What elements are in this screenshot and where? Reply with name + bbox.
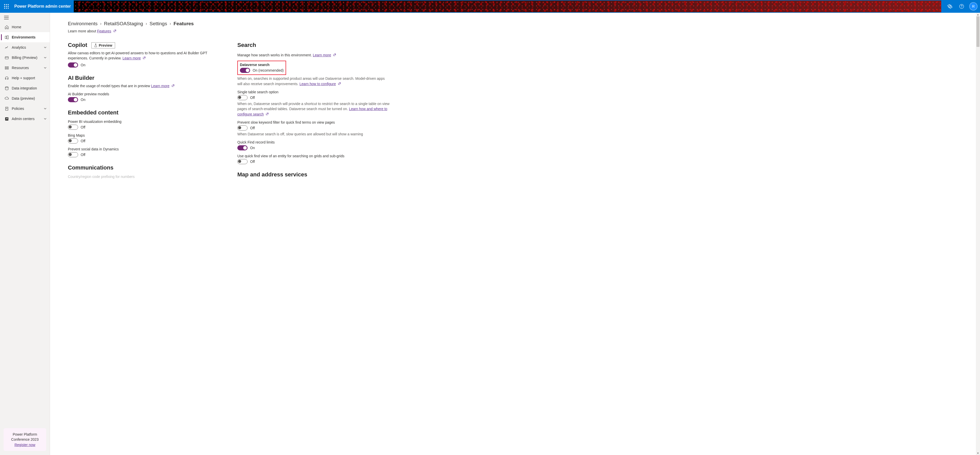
powerbi-toggle[interactable] [68,125,78,130]
breadcrumb-environments[interactable]: Environments [68,21,97,27]
home-icon [4,24,9,30]
sidebar-item-help[interactable]: Help + support [0,73,50,83]
usequick-toggle-label: Off [250,160,255,164]
prevent-social-label: Prevent social data in Dynamics [68,147,221,151]
learn-more-features-link[interactable]: Features [97,29,111,33]
search-learn-more-link[interactable]: Learn more [313,53,331,57]
app-launcher-button[interactable] [0,0,13,13]
chevron-right-icon: › [146,21,147,26]
data-integration-icon [4,86,9,91]
chevron-down-icon [44,117,47,120]
section-map-services: Map and address services [237,171,390,178]
environments-icon [4,35,9,40]
ai-builder-learn-more-link[interactable]: Learn more [151,84,169,88]
svg-point-0 [4,4,5,5]
sidebar-item-admin-centers[interactable]: Admin centers [0,114,50,124]
svg-point-3 [4,6,5,7]
sidebar-item-resources[interactable]: Resources [0,63,50,73]
svg-point-2 [8,4,9,5]
sidebar-item-policies[interactable]: Policies [0,103,50,114]
chevron-right-icon: › [170,21,171,26]
help-button[interactable] [956,0,967,13]
svg-point-10 [961,7,962,8]
quickfind-toggle[interactable] [237,145,248,151]
analytics-icon [4,45,9,50]
scroll-up-icon[interactable]: ▲ [976,13,980,16]
data-icon [4,96,9,101]
sidebar-item-billing[interactable]: Billing (Preview) [0,52,50,63]
svg-rect-15 [7,36,8,39]
svg-point-1 [6,4,7,5]
chevron-down-icon [44,46,47,49]
breadcrumb-settings[interactable]: Settings [150,21,167,27]
prevent-toggle-label: Off [250,126,255,130]
sidebar-item-data-integration[interactable]: Data integration [0,83,50,93]
usequick-label: Use quick find view of an entity for sea… [237,154,390,158]
bing-maps-label: Bing Maps [68,133,221,137]
external-link-icon [113,29,116,33]
dataverse-configure-link[interactable]: Learn how to configure [300,82,336,86]
flask-icon [94,44,97,47]
section-ai-builder: AI Builder [68,75,221,81]
breadcrumb-env-name[interactable]: RetailSOAStaging [104,21,143,27]
scrollbar-thumb[interactable] [977,16,980,47]
dataverse-highlight: Dataverse search On (recommended) [237,61,286,75]
sidebar-item-label: Data integration [12,86,47,90]
prevent-slow-desc: When Dataverse search is off, slow queri… [237,132,390,136]
gear-icon [947,4,953,9]
right-column: Search Manage how search works in this e… [237,42,390,180]
prevent-social-toggle[interactable] [68,152,78,157]
svg-point-4 [6,6,7,7]
ai-builder-toggle-label: On [81,98,86,102]
ai-builder-preview-toggle[interactable] [68,97,78,102]
prevent-slow-toggle[interactable] [237,125,248,130]
svg-rect-20 [5,68,6,69]
top-header: Power Platform admin center R [0,0,980,13]
svg-point-8 [8,8,9,9]
waffle-icon [4,4,9,9]
breadcrumb-features: Features [173,21,194,27]
external-link-icon [143,56,146,61]
search-desc: Manage how search works in this environm… [237,52,390,58]
svg-rect-18 [5,67,6,68]
nav-collapse-button[interactable] [0,13,50,22]
settings-button[interactable] [944,0,956,13]
sidebar-item-environments[interactable]: Environments [0,32,50,42]
svg-point-7 [6,8,7,9]
main-wrapper: Home Environments Analytics Billing (Pre… [0,13,980,455]
usequick-toggle[interactable] [237,159,248,164]
quickfind-label: Quick Find record limits [237,140,390,144]
dataverse-toggle-label: On (recommended) [253,68,283,72]
user-avatar[interactable]: R [969,2,977,10]
hamburger-icon [4,16,9,19]
scrollbar[interactable]: ▲ ▼ [976,13,980,455]
external-link-icon [333,53,336,58]
sidebar-item-label: Analytics [12,45,44,49]
app-title: Power Platform admin center [13,4,71,9]
single-table-toggle[interactable] [237,95,248,100]
bing-maps-toggle[interactable] [68,138,78,144]
social-toggle-label: Off [81,153,85,157]
scroll-down-icon[interactable]: ▼ [976,452,980,455]
sidebar: Home Environments Analytics Billing (Pre… [0,13,50,455]
svg-point-6 [4,8,5,9]
sidebar-item-label: Billing (Preview) [12,55,44,60]
billing-icon [4,55,9,60]
sidebar-item-home[interactable]: Home [0,22,50,32]
dataverse-search-toggle[interactable] [240,68,250,73]
promo-text: Power Platform Conference 2023 [6,432,43,442]
sidebar-item-label: Resources [12,66,44,70]
chevron-down-icon [44,66,47,69]
copilot-learn-more-link[interactable]: Learn more [123,56,141,60]
learn-more-header: Learn more about Features [68,29,962,33]
promo-register-link[interactable]: Register now [14,443,35,447]
admin-centers-icon [4,116,9,121]
sidebar-item-data-preview[interactable]: Data (preview) [0,93,50,103]
left-column: Copilot Preview Allow canvas editors to … [68,42,221,180]
single-table-label: Single table search option [237,90,390,94]
prevent-slow-label: Prevent slow keyword filter for quick fi… [237,120,390,124]
quickfind-toggle-label: On [250,146,255,150]
promo-card: Power Platform Conference 2023 Register … [3,428,46,451]
sidebar-item-analytics[interactable]: Analytics [0,42,50,52]
copilot-toggle[interactable] [68,62,78,68]
